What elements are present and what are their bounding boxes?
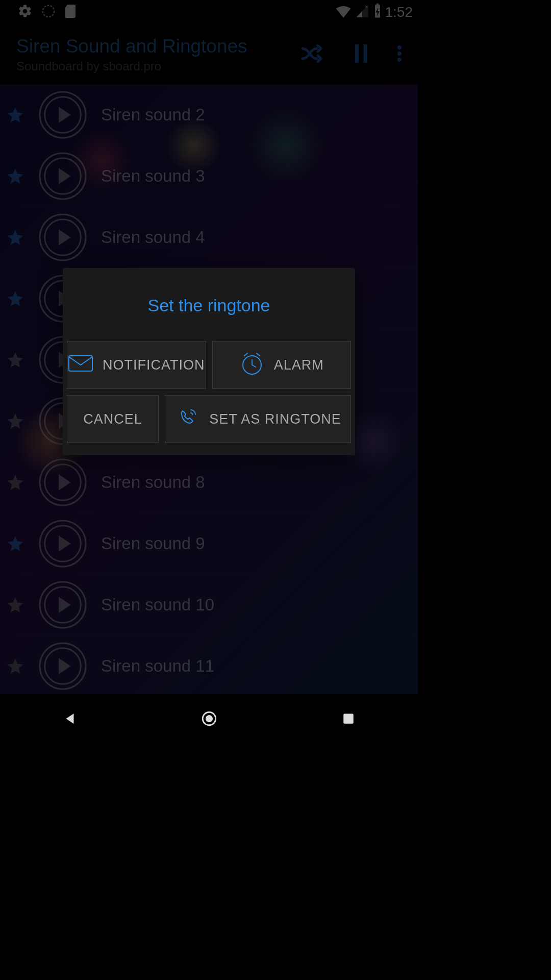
alarm-label: ALARM [274, 357, 324, 373]
set-as-ringtone-button[interactable]: SET AS RINGTONE [165, 395, 351, 443]
home-button[interactable] [194, 703, 224, 734]
dialog-title: Set the ringtone [63, 268, 355, 341]
envelope-icon [68, 355, 93, 376]
svg-rect-33 [343, 714, 354, 724]
back-button[interactable] [55, 703, 85, 734]
phone-ringing-icon [174, 405, 200, 434]
navigation-bar [0, 694, 418, 743]
screen: × 1:52 Siren Sound and Ringtones Soundbo… [0, 0, 418, 743]
ringtone-label: SET AS RINGTONE [209, 411, 341, 427]
cancel-label: CANCEL [83, 411, 142, 427]
alarm-clock-icon [239, 351, 265, 380]
notification-button[interactable]: NOTIFICATION [67, 341, 206, 389]
notification-label: NOTIFICATION [103, 357, 205, 373]
alarm-button[interactable]: ALARM [212, 341, 352, 389]
svg-rect-29 [69, 356, 92, 371]
svg-point-32 [205, 715, 212, 722]
set-ringtone-dialog: Set the ringtone NOTIFICATION ALARM [63, 268, 355, 455]
cancel-button[interactable]: CANCEL [67, 395, 159, 443]
recent-apps-button[interactable] [333, 703, 364, 734]
